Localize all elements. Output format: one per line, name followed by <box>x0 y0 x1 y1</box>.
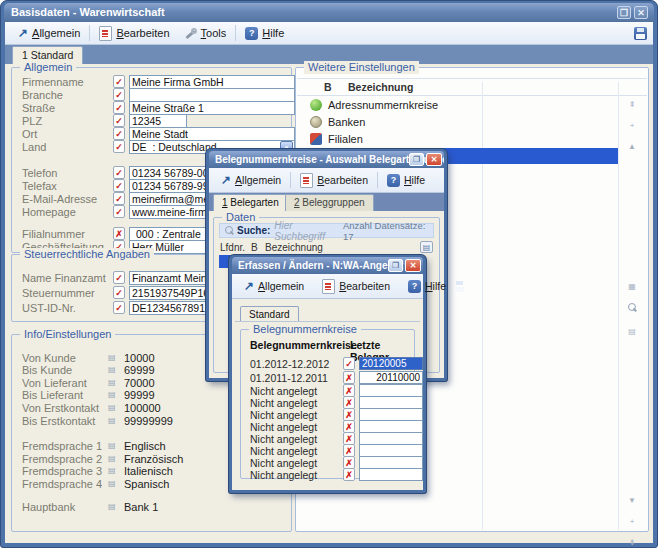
check-doc-icon[interactable]: ✓ <box>113 75 125 88</box>
fremdsprache1-value: Englisch <box>124 440 166 452</box>
check-doc-icon[interactable]: ✓ <box>113 166 125 179</box>
hauptbank-value: Bank 1 <box>124 501 158 513</box>
tab-belegarten[interactable]: 1 Belegarten <box>213 194 288 211</box>
col-b-header: B <box>251 242 258 253</box>
check-doc-icon[interactable]: ✓ <box>113 101 125 114</box>
x-doc-icon[interactable]: ✗ <box>113 227 125 240</box>
tree-nav-top[interactable]: ⇞ + ▲ <box>625 100 639 163</box>
check-doc-icon[interactable]: ✓ <box>113 114 125 127</box>
search-icon <box>224 226 233 236</box>
group-steuer-title: Steuerrechtliche Angaben <box>20 248 154 261</box>
tools-icon <box>184 27 197 40</box>
column-divider <box>618 82 619 530</box>
ort-input[interactable] <box>129 127 295 141</box>
bis-erstkontakt-value: 99999999 <box>124 415 173 427</box>
tree-tools-middle[interactable]: ▦ ▤ <box>625 282 639 348</box>
finanzamt-label: Name Finanzamt <box>22 272 106 284</box>
menu-allgemein[interactable]: ↗ Allgemein <box>11 24 87 43</box>
search-icon[interactable] <box>627 303 637 313</box>
tree-nav-bottom[interactable]: ▼ + ⇟ <box>625 496 639 548</box>
save-icon[interactable] <box>634 27 647 40</box>
letzte-belegnr-input-0[interactable] <box>359 357 423 370</box>
check-doc-icon[interactable]: ✓ <box>113 271 125 284</box>
dialog2-menu-hilfe[interactable]: ? Hilfe <box>401 277 453 296</box>
bis-erstkontakt-label: Bis Erstkontakt <box>22 415 95 427</box>
mini-list-icon: ▤ <box>108 403 116 412</box>
mini-list-icon: ▤ <box>108 466 116 475</box>
tree-row-adressnummernkreise[interactable]: Adressnummernkreise <box>310 97 618 113</box>
dialog1-menu-hilfe[interactable]: ? Hilfe <box>380 171 432 190</box>
fremdsprache4-label: Fremdsprache 4 <box>22 478 102 490</box>
filialnummer-label: Filialnummer <box>22 228 85 240</box>
firmenname-input[interactable] <box>129 75 295 89</box>
fremdsprache3-value: Italienisch <box>124 465 173 477</box>
email-label: E-Mail-Adresse <box>22 193 97 205</box>
main-titlebar: Basisdaten - Warenwirtschaft ❐ ✕ <box>4 3 654 22</box>
check-doc-icon[interactable]: ✓ <box>113 127 125 140</box>
arrow-ne-icon: ↗ <box>18 27 28 39</box>
tab-beleggruppen[interactable]: 2 Beleggruppen <box>285 194 374 211</box>
screenshot-stage: Basisdaten - Warenwirtschaft ❐ ✕ ↗ Allge… <box>0 0 658 548</box>
close-icon[interactable]: ✕ <box>426 153 442 166</box>
dialog1-menu-bearbeiten[interactable]: Bearbeiten <box>293 171 375 190</box>
von-erstkontakt-label: Von Erstkontakt <box>22 402 99 414</box>
mini-list-icon: ▤ <box>108 416 116 425</box>
strasse-input[interactable] <box>129 101 295 115</box>
grid-icon: ▦ <box>625 282 639 291</box>
toolbar-separator <box>290 172 291 188</box>
column-chooser-icon[interactable]: ▤ <box>420 241 433 253</box>
x-doc-icon[interactable]: ✗ <box>343 468 355 481</box>
branche-label: Branche <box>22 89 63 101</box>
bis-lieferant-label: Bis Lieferant <box>22 389 83 401</box>
nav-plus-icon: + <box>625 121 639 130</box>
col-belegnummernkreise-header: Belegnummernkreise <box>250 339 357 351</box>
window-title: Basisdaten - Warenwirtschaft <box>11 6 165 18</box>
restore-icon[interactable]: ❐ <box>409 153 424 166</box>
col-bezeichnung-header: Bezeichnung <box>265 242 323 253</box>
divider <box>235 321 420 322</box>
edit-doc-icon <box>300 173 313 188</box>
menu-tools[interactable]: Tools <box>177 24 234 43</box>
branche-input[interactable] <box>129 88 295 102</box>
dialog2-menu-bearbeiten[interactable]: Bearbeiten <box>315 277 397 296</box>
check-doc-icon[interactable]: ✓ <box>113 179 125 192</box>
coins-icon <box>310 116 322 128</box>
nummernkreis-label: Nicht angelegt <box>250 469 317 481</box>
strasse-label: Straße <box>22 102 55 114</box>
tab-standard[interactable]: Standard <box>240 306 299 322</box>
tree-row-filialen[interactable]: Filialen <box>310 131 618 147</box>
tree-row-banken[interactable]: Banken <box>310 114 618 130</box>
check-doc-icon[interactable]: ✓ <box>113 140 125 153</box>
nav-down-icon: ▼ <box>625 496 639 505</box>
close-icon[interactable]: ✕ <box>634 6 648 19</box>
restore-icon[interactable]: ❐ <box>617 6 631 19</box>
dialog2-menu-allgemein[interactable]: ↗ Allgemein <box>237 277 311 296</box>
check-doc-icon[interactable]: ✓ <box>113 192 125 205</box>
bis-kunde-label: Bis Kunde <box>22 364 72 376</box>
land-label: Land <box>22 141 46 153</box>
main-toolbar: ↗ Allgemein Bearbeiten Tools ? Hilfe <box>5 22 653 45</box>
mini-list-icon: ▤ <box>108 441 116 450</box>
restore-icon[interactable]: ❐ <box>388 259 403 272</box>
check-doc-icon[interactable]: ✓ <box>113 301 125 314</box>
dialog2-body: Standard Belegnummernkreise Belegnummern… <box>232 299 423 490</box>
check-doc-icon[interactable]: ✓ <box>113 205 125 218</box>
letzte-belegnr-input-9[interactable] <box>359 468 423 481</box>
check-doc-icon[interactable]: ✓ <box>113 286 125 299</box>
nummernkreis-label: 01.2011-12.2011 <box>250 372 328 384</box>
dialog2-toolbar: ↗ Allgemein Bearbeiten ? Hilfe <box>232 274 423 299</box>
dialog1-search-row[interactable]: Suche: Hier Suchbegriff Anzahl Datensätz… <box>219 223 434 238</box>
search-label: Suche: <box>237 225 270 236</box>
search-placeholder: Hier Suchbegriff <box>274 220 339 242</box>
dialog1-menu-allgemein[interactable]: ↗ Allgemein <box>214 171 288 190</box>
branch-icon <box>310 133 322 145</box>
close-icon[interactable]: ✕ <box>405 259 421 272</box>
menu-hilfe[interactable]: ? Hilfe <box>238 24 291 43</box>
x-doc-icon[interactable]: ✗ <box>343 371 355 384</box>
menu-bearbeiten[interactable]: Bearbeiten <box>92 24 176 43</box>
letzte-belegnr-input-1[interactable] <box>359 371 423 384</box>
check-doc-icon[interactable]: ✓ <box>113 88 125 101</box>
plz-input[interactable] <box>129 114 187 128</box>
check-doc-icon[interactable]: ✓ <box>343 357 355 370</box>
fremdsprache1-label: Fremdsprache 1 <box>22 440 102 452</box>
